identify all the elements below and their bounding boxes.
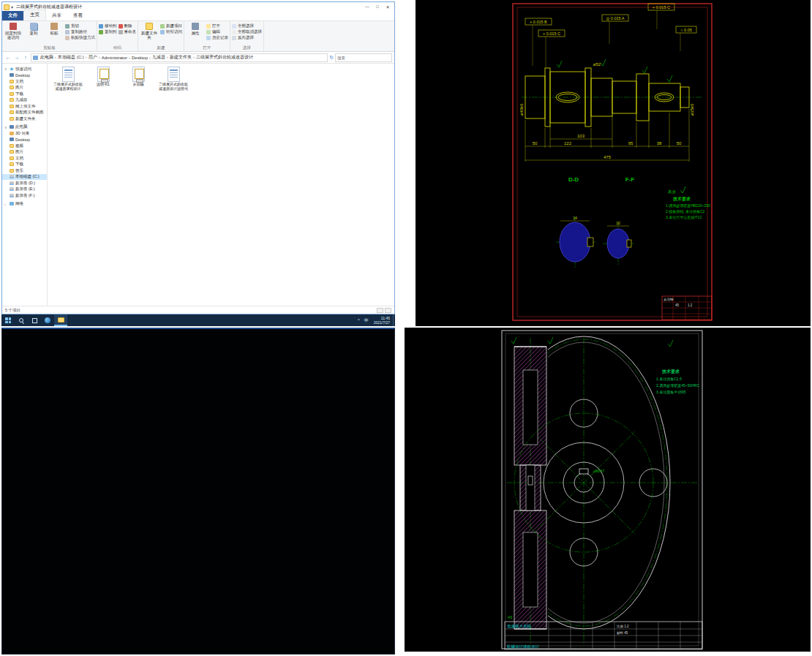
file-item[interactable]: 二级展开式斜齿轮减速器课程设计 — [52, 67, 84, 91]
sidebar-item-3d-objects[interactable]: 3D 对象 — [2, 130, 47, 137]
cut-button[interactable]: 剪切 — [65, 23, 95, 29]
file-item[interactable]: 说明书1 — [87, 67, 119, 91]
sidebar-item-pc-downloads[interactable]: 下载 — [2, 162, 47, 168]
refresh-icon[interactable]: ↻ — [329, 55, 334, 61]
sidebar-item-pc-documents[interactable]: 文档 — [2, 155, 47, 162]
title-block: 从动轴 45 1:2 — [662, 296, 712, 320]
pin-to-quick-access-button[interactable]: 固定到快速访问 — [4, 22, 23, 39]
breadcrumb-segment[interactable]: 二级展开式斜齿轮减速器设计 — [195, 54, 254, 61]
easy-access-button[interactable]: 轻松访问 — [160, 29, 182, 34]
sidebar-item-videos[interactable]: 视频 — [2, 143, 47, 149]
cad-file-icon — [132, 67, 145, 82]
sidebar-item-newfolder[interactable]: 新建文件夹 — [2, 116, 47, 122]
sidebar-item-volume-e[interactable]: 新加卷 (E:) — [2, 186, 47, 193]
sidebar-item-volume-d[interactable]: 新加卷 (D:) — [2, 180, 47, 186]
select-all-icon — [232, 24, 236, 29]
list-view-button[interactable] — [377, 308, 383, 313]
window-title: 二级展开式斜齿轮减速器课程设计 — [16, 4, 362, 10]
sidebar-item-desktop[interactable]: Desktop — [2, 72, 47, 79]
breadcrumb-segment[interactable]: Administrator — [101, 56, 131, 60]
file-item[interactable]: 二级展开式斜齿轮减速器设计说明书 — [157, 67, 189, 91]
file-item[interactable]: 从动轴 — [122, 67, 154, 91]
delete-button[interactable]: 删除 — [119, 23, 137, 29]
breadcrumb-segment[interactable]: Desktop — [131, 56, 151, 60]
sidebar-item-pictures[interactable]: 图片 — [2, 85, 47, 91]
cad-gear-drawing: ⌀80H7 技术要求 1.未注倒角C1.5 2.调质处理硬度45~50HRC 3… — [405, 328, 811, 652]
cad-empty-model-space[interactable] — [1, 328, 395, 655]
sidebar-item-local-disk-c[interactable]: 本地磁盘 (C:) — [2, 174, 47, 181]
taskbar-clock[interactable]: 11:45 2021/7/27 — [371, 316, 393, 325]
paste-shortcut-button[interactable]: 粘贴快捷方式 — [65, 35, 95, 40]
select-none-button[interactable]: 全部取消选择 — [232, 29, 262, 34]
breadcrumb-segment[interactable]: 用户 — [88, 54, 101, 61]
forward-button[interactable]: → — [13, 55, 20, 60]
breadcrumb-segment[interactable]: 本地磁盘 (C:) — [57, 54, 88, 61]
paste-button[interactable]: 粘贴 — [45, 22, 64, 35]
gdt-frame-text: ○ 0.05 — [680, 28, 692, 32]
new-item-icon — [160, 24, 165, 29]
tab-file[interactable]: 文件 — [2, 11, 23, 20]
gdt-frames: ⌖ 0.015 B ⌖ 0.015 C ◎ 0.015 A ⌖ 0.015 C … — [525, 4, 696, 67]
up-button[interactable]: ↑ — [22, 55, 29, 60]
search-input[interactable] — [337, 56, 390, 60]
file-list-area[interactable]: 二级展开式斜齿轮减速器课程设计 说明书1 从动轴 二级展开式斜齿轮减速器设计说明… — [48, 64, 394, 306]
invert-selection-button[interactable]: 反向选择 — [232, 35, 262, 40]
properties-button[interactable]: 属性 — [186, 22, 205, 35]
move-to-button[interactable]: 移动到 — [99, 23, 117, 29]
tab-home[interactable]: 主页 — [23, 10, 46, 20]
minimize-button[interactable]: — — [362, 4, 372, 10]
select-all-button[interactable]: 全部选择 — [232, 23, 262, 29]
maximize-button[interactable]: □ — [372, 4, 383, 10]
copy-to-button[interactable]: 复制到 — [99, 29, 117, 34]
sidebar-item-network[interactable]: ›网络 — [2, 201, 47, 208]
history-button[interactable]: 历史记录 — [206, 35, 228, 40]
section-view-ff: F-F 10 — [603, 176, 635, 265]
open-button[interactable]: 打开 — [206, 23, 228, 29]
ime-indicator[interactable]: 中 — [362, 317, 371, 324]
tab-share[interactable]: 共享 — [46, 11, 67, 20]
sidebar-item-downloads[interactable]: 下载 — [2, 91, 47, 97]
breadcrumb-segment[interactable]: 新建文件夹 — [169, 54, 195, 61]
copy-to-label: 复制到 — [105, 29, 117, 34]
properties-label: 属性 — [192, 31, 200, 35]
taskbar-search-button[interactable] — [15, 314, 28, 326]
quick-access-toolbar[interactable]: ▾ — [11, 4, 13, 10]
tray-chevron-icon[interactable]: ^ — [356, 318, 362, 323]
sidebar-item-screenshot[interactable]: 装配图文件截图 — [2, 110, 47, 116]
sidebar-quick-access[interactable]: ∨快速访问 — [2, 66, 47, 72]
edit-button[interactable]: 编辑 — [206, 29, 228, 34]
tab-view[interactable]: 查看 — [67, 11, 89, 20]
copy-button[interactable]: 复制 — [24, 22, 43, 35]
breadcrumb[interactable]: 此电脑 本地磁盘 (C:) 用户 Administrator Desktop 九… — [31, 53, 328, 62]
sidebar-item-jiujianqi[interactable]: 九减器 — [2, 97, 47, 104]
show-desktop-button[interactable] — [393, 314, 395, 326]
search-box[interactable] — [335, 53, 392, 62]
sidebar-this-pc[interactable]: ∨此电脑 — [2, 124, 47, 131]
file-explorer-taskbar-button[interactable] — [54, 314, 67, 326]
task-view-button[interactable] — [28, 314, 41, 326]
new-folder-button[interactable]: 新建文件夹 — [140, 22, 159, 39]
sidebar-item-music[interactable]: 音乐 — [2, 167, 47, 174]
sidebar-item-upload[interactable]: 网上传文件 — [2, 103, 47, 110]
title-block-material: 材料 45 — [616, 631, 628, 636]
gear-drawing-svg: ⌀80H7 技术要求 1.未注倒角C1.5 2.调质处理硬度45~50HRC 3… — [405, 328, 811, 652]
rename-button[interactable]: 重命名 — [119, 29, 137, 34]
sidebar-item-label: 新加卷 (D:) — [15, 181, 35, 186]
breadcrumb-segment[interactable]: 此电脑 — [40, 54, 57, 61]
back-button[interactable]: ← — [4, 55, 12, 60]
thumbnail-view-button[interactable] — [385, 308, 391, 313]
rename-label: 重命名 — [124, 29, 137, 34]
sidebar-item-documents[interactable]: 文档 — [2, 78, 47, 85]
breadcrumb-segment[interactable]: 九减器 — [151, 54, 169, 61]
start-button[interactable] — [1, 314, 15, 326]
notes-line: 1.调质处理硬度HB220~250 — [666, 203, 710, 208]
new-item-button[interactable]: 新建项目 — [160, 23, 182, 29]
copy-path-button[interactable]: 复制路径 — [65, 29, 95, 34]
sidebar-item-volume-f[interactable]: 新加卷 (F:) — [2, 192, 47, 199]
edge-browser-button[interactable] — [41, 314, 54, 326]
folder-icon — [10, 110, 14, 114]
sidebar-item-pc-pictures[interactable]: 图片 — [2, 149, 47, 156]
edit-label: 编辑 — [212, 29, 220, 34]
sidebar-item-pc-desktop[interactable]: Desktop — [2, 137, 47, 143]
close-button[interactable]: ✕ — [383, 4, 393, 10]
